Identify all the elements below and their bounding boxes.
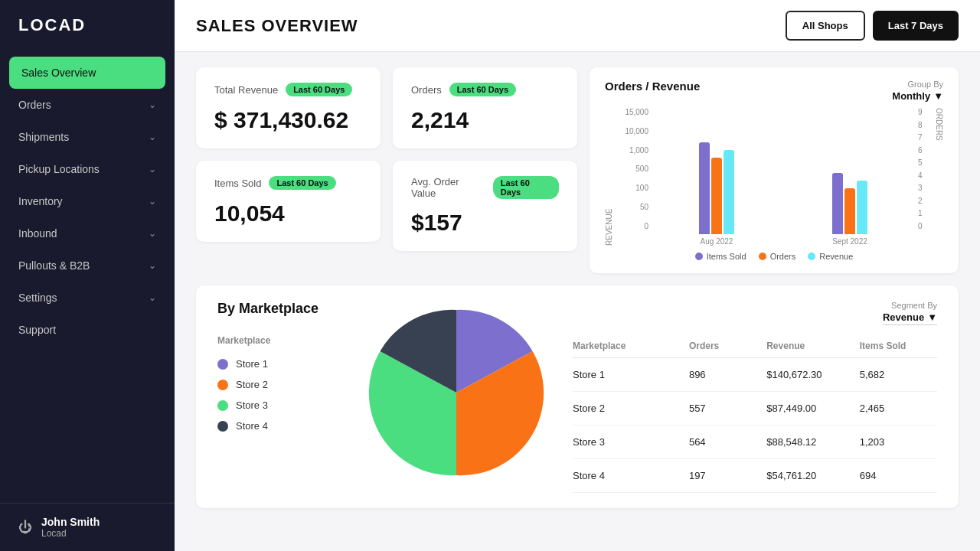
chart-header: Orders / Revenue Group By Monthly ▼ bbox=[605, 80, 943, 102]
logo: LOCAD bbox=[0, 0, 175, 51]
y-axis-orders-label: ORDERS bbox=[935, 108, 943, 246]
sidebar-footer: ⏻ John Smith Locad bbox=[0, 503, 175, 551]
topbar: SALES OVERVIEW All Shops Last 7 Days bbox=[175, 0, 980, 52]
legend-circle-store2 bbox=[217, 380, 228, 390]
bar-label-sept: Sept 2022 bbox=[832, 237, 867, 246]
sidebar-item-label: Inbound bbox=[18, 227, 57, 240]
cell-items-sold: 1,203 bbox=[860, 436, 937, 448]
sidebar-item-label: Pullouts & B2B bbox=[18, 259, 90, 272]
last-7-days-button[interactable]: Last 7 Days bbox=[873, 11, 959, 41]
chevron-down-icon: ⌄ bbox=[149, 99, 156, 110]
marketplace-table: Segment By Revenue ▼ Marketplace Orders … bbox=[573, 301, 937, 493]
legend-dot-items-sold bbox=[695, 253, 703, 260]
y-axis-right: 9 8 7 6 5 4 3 2 1 0 bbox=[915, 108, 933, 246]
avg-order-badge: Last 60 Days bbox=[493, 176, 559, 199]
power-icon[interactable]: ⏻ bbox=[18, 520, 32, 536]
bar-items-sold-aug bbox=[699, 142, 710, 234]
col-marketplace: Marketplace bbox=[573, 341, 689, 351]
cell-marketplace: Store 1 bbox=[573, 369, 689, 380]
cell-marketplace: Store 2 bbox=[573, 403, 689, 414]
bar-orders-aug bbox=[711, 158, 722, 234]
page-title: SALES OVERVIEW bbox=[196, 16, 358, 36]
cell-orders: 557 bbox=[689, 403, 766, 414]
cell-marketplace: Store 3 bbox=[573, 436, 689, 448]
sidebar-item-support[interactable]: Support bbox=[0, 314, 175, 346]
bar-group-bars bbox=[699, 127, 734, 234]
legend-label-orders: Orders bbox=[770, 252, 796, 261]
legend-label-store3: Store 3 bbox=[236, 399, 268, 411]
items-sold-value: 10,054 bbox=[214, 201, 362, 227]
kpi-col-left: Total Revenue Last 60 Days $ 371,430.62 … bbox=[196, 67, 381, 273]
legend-revenue: Revenue bbox=[808, 252, 853, 261]
all-shops-button[interactable]: All Shops bbox=[786, 11, 865, 41]
cell-revenue: $54,761.20 bbox=[766, 470, 860, 481]
legend-label-store2: Store 2 bbox=[236, 379, 268, 390]
avg-order-value: $157 bbox=[411, 210, 559, 236]
legend-circle-store4 bbox=[217, 421, 228, 432]
cell-items-sold: 694 bbox=[860, 470, 937, 481]
segment-by-wrapper: Segment By Revenue ▼ bbox=[573, 301, 937, 325]
sidebar-item-label: Support bbox=[18, 324, 56, 336]
orders-card: Orders Last 60 Days 2,214 bbox=[393, 67, 577, 148]
total-revenue-label: Total Revenue Last 60 Days bbox=[214, 83, 362, 96]
total-revenue-card: Total Revenue Last 60 Days $ 371,430.62 bbox=[196, 67, 381, 148]
sidebar-item-inbound[interactable]: Inbound ⌄ bbox=[0, 217, 175, 249]
marketplace-legend-header: Marketplace bbox=[217, 335, 340, 346]
bar-revenue-aug bbox=[724, 150, 734, 234]
cell-orders: 564 bbox=[689, 436, 766, 448]
chevron-down-icon: ▼ bbox=[927, 311, 937, 323]
chevron-down-icon: ⌄ bbox=[149, 260, 156, 271]
bar-label-aug: Aug 2022 bbox=[701, 237, 733, 246]
marketplace-left: By Marketplace Marketplace Store 1 Store… bbox=[217, 301, 340, 432]
legend-store1: Store 1 bbox=[217, 358, 340, 370]
legend-store2: Store 2 bbox=[217, 379, 340, 390]
col-orders: Orders bbox=[689, 341, 766, 351]
cell-items-sold: 2,465 bbox=[860, 403, 937, 414]
group-by-control[interactable]: Group By Monthly ▼ bbox=[892, 80, 943, 102]
legend-label-revenue: Revenue bbox=[819, 252, 853, 261]
chart-title: Orders / Revenue bbox=[605, 80, 700, 93]
items-sold-card: Items Sold Last 60 Days 10,054 bbox=[196, 161, 381, 242]
legend-orders: Orders bbox=[759, 252, 796, 261]
pie-chart bbox=[364, 301, 548, 484]
chevron-down-icon: ⌄ bbox=[149, 292, 156, 303]
sidebar-item-settings[interactable]: Settings ⌄ bbox=[0, 282, 175, 314]
sidebar-item-sales-overview[interactable]: Sales Overview bbox=[9, 57, 165, 89]
chevron-down-icon: ⌄ bbox=[149, 196, 156, 207]
items-sold-label: Items Sold Last 60 Days bbox=[214, 176, 362, 190]
legend-dot-orders bbox=[759, 253, 766, 260]
table-row: Store 4 197 $54,761.20 694 bbox=[573, 459, 937, 493]
sidebar-item-pickup-locations[interactable]: Pickup Locations ⌄ bbox=[0, 153, 175, 185]
legend-store4: Store 4 bbox=[217, 420, 340, 432]
chevron-down-icon: ⌄ bbox=[149, 132, 156, 142]
main-content: SALES OVERVIEW All Shops Last 7 Days Tot… bbox=[175, 0, 980, 551]
marketplace-title: By Marketplace bbox=[217, 301, 340, 317]
sidebar-nav: Sales Overview Orders ⌄ Shipments ⌄ Pick… bbox=[0, 51, 175, 503]
table-row: Store 1 896 $140,672.30 5,682 bbox=[573, 358, 937, 392]
cell-revenue: $88,548.12 bbox=[766, 436, 860, 448]
bar-orders-sept bbox=[844, 188, 855, 234]
segment-by-select[interactable]: Revenue ▼ bbox=[883, 311, 937, 325]
sidebar-item-inventory[interactable]: Inventory ⌄ bbox=[0, 185, 175, 217]
user-info: John Smith Locad bbox=[41, 516, 100, 539]
segment-by-control[interactable]: Segment By Revenue ▼ bbox=[883, 301, 937, 325]
bar-chart: REVENUE 15,000 10,000 1,000 500 100 50 0 bbox=[605, 108, 943, 246]
orders-label: Orders Last 60 Days bbox=[411, 83, 559, 96]
chevron-down-icon: ⌄ bbox=[149, 228, 156, 239]
segment-by-label: Segment By bbox=[891, 301, 937, 310]
sidebar-item-shipments[interactable]: Shipments ⌄ bbox=[0, 121, 175, 153]
orders-revenue-chart: Orders / Revenue Group By Monthly ▼ REVE… bbox=[590, 67, 959, 273]
table-header: Marketplace Orders Revenue Items Sold bbox=[573, 334, 937, 358]
sidebar-item-pullouts-b2b[interactable]: Pullouts & B2B ⌄ bbox=[0, 249, 175, 282]
legend-items-sold: Items Sold bbox=[695, 252, 746, 261]
y-axis-revenue-label: REVENUE bbox=[605, 108, 613, 246]
sidebar-item-orders[interactable]: Orders ⌄ bbox=[0, 89, 175, 121]
cell-items-sold: 5,682 bbox=[860, 369, 937, 380]
legend-circle-store3 bbox=[217, 400, 228, 411]
cell-revenue: $140,672.30 bbox=[766, 369, 860, 380]
group-by-select[interactable]: Monthly ▼ bbox=[892, 90, 943, 102]
cell-marketplace: Store 4 bbox=[573, 470, 689, 481]
user-name: John Smith bbox=[41, 516, 100, 528]
sidebar: LOCAD Sales Overview Orders ⌄ Shipments … bbox=[0, 0, 175, 551]
bar-group-bars bbox=[832, 127, 867, 234]
